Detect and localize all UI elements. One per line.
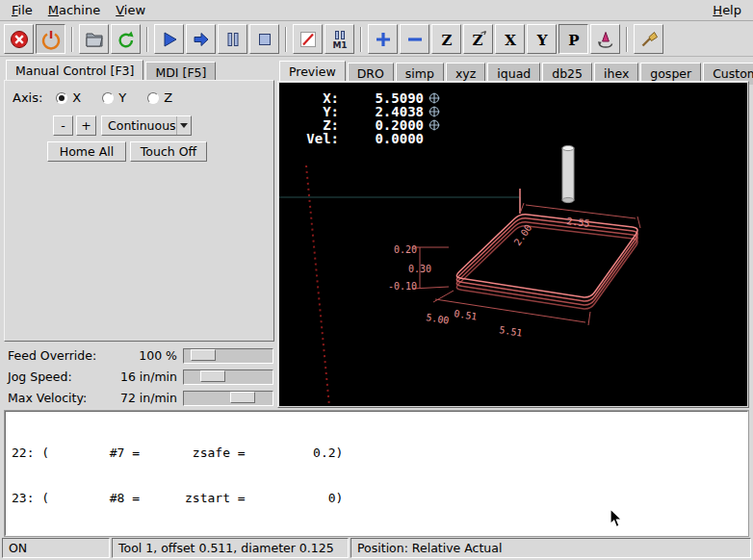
menu-machine[interactable]: Machine [40,1,108,19]
optional-pause-button[interactable]: M1 [325,24,354,54]
zoom-in-button[interactable] [368,24,398,54]
max-velocity-handle[interactable] [230,392,255,403]
tool-info-cell: Tool 1, offset 0.511, diameter 0.125 [112,538,349,558]
max-velocity-slider[interactable] [183,391,273,406]
max-velocity-value: 72 in/min [120,391,177,405]
step-arrow-icon [191,29,212,50]
svg-text:Z: Z [472,32,482,49]
pause-button[interactable] [218,24,247,54]
feed-override-slider[interactable] [183,348,273,364]
svg-text:X: X [505,31,516,48]
toolbar-separator [626,27,628,52]
dim-label: -0.10 [388,281,417,292]
radio-z-indicator [147,92,159,104]
pause-icon [222,29,244,50]
menubar: File Machine View Help [0,0,753,21]
toolbar-separator [146,27,148,52]
svg-text:M1: M1 [332,39,347,49]
dim-label: 0.20 [394,244,417,255]
stop-button[interactable] [249,24,279,54]
view-z-rotated-icon: Z [468,29,489,50]
optional-pause-icon: M1 [329,29,351,50]
jog-speed-value: 16 in/min [120,369,177,384]
jog-speed-slider[interactable] [183,369,273,385]
touch-off-button[interactable]: Touch Off [130,141,207,162]
position-mode-cell: Position: Relative Actual [351,538,751,558]
svg-text:P: P [568,31,579,48]
reload-button[interactable] [111,24,141,54]
rotate-view-icon [595,29,616,50]
feed-override-handle[interactable] [191,349,216,361]
toolbar-separator [71,27,73,52]
stop-icon [254,29,275,50]
menu-help[interactable]: Help [705,1,749,19]
clear-plot-button[interactable] [634,24,663,54]
zoom-in-icon [373,29,394,50]
reload-icon [116,29,137,50]
view-x-icon: X [500,29,521,50]
tool-cylinder [562,145,574,202]
gcode-line: 22: ( #7 = zsafe = 0.2) [12,445,745,461]
combo-arrow-box [176,116,191,135]
step-button[interactable] [186,24,216,54]
run-button[interactable] [154,24,184,54]
feed-override-value: 100 % [139,348,177,363]
rotate-view-button[interactable] [590,24,620,54]
gcode-line: 24: ( #9 = xctr = 5) [12,535,745,536]
menu-file[interactable]: File [4,1,40,19]
view-z-icon: Z [436,29,457,50]
estop-button[interactable] [4,24,34,54]
dro-vel-label: Vel: [306,131,339,146]
radio-y-label: Y [118,90,126,105]
max-velocity-label: Max Velocity: [8,391,87,405]
toolbar-separator [285,27,287,52]
run-icon [159,29,180,50]
machine-power-button[interactable] [36,24,65,54]
jog-speed-handle[interactable] [200,370,225,382]
estop-icon [9,29,30,50]
jog-plus-button[interactable]: + [76,115,96,136]
view-z-button[interactable]: Z [431,24,461,54]
home-all-button[interactable]: Home All [47,141,126,162]
preview-canvas[interactable]: 2.55 2.00 0.20 0.30 -0.10 5.00 0.51 5.51… [279,83,747,406]
gcode-line: 23: ( #8 = zstart = 0) [12,491,745,506]
power-icon [40,29,62,50]
zoom-out-icon [404,29,426,50]
axis-radio-y[interactable]: Y [102,90,126,105]
dro-vel-value: 0.0000 [375,131,424,146]
menu-view[interactable]: View [108,1,153,19]
gcode-listing[interactable]: 22: ( #7 = zsafe = 0.2) 23: ( #8 = zstar… [5,411,748,536]
clear-plot-broom-icon [638,29,660,50]
toolbar: M1 Z Z X Y P [0,22,753,57]
manual-control-panel: Axis: X Y Z - + Continuous Home All Touc… [4,80,274,342]
folder-icon [84,29,105,50]
svg-text:Z: Z [441,31,452,48]
jog-speed-label: Jog Speed: [8,369,72,384]
jog-mode-select[interactable]: Continuous [101,115,192,136]
machine-state-cell: ON [2,538,110,558]
view-x-button[interactable]: X [495,24,525,54]
skip-lines-icon [298,29,319,50]
axis-radio-x[interactable]: X [56,90,81,105]
view-z-rotated-button[interactable]: Z [463,24,493,54]
feed-override-label: Feed Override: [8,348,96,363]
jog-minus-button[interactable]: - [53,115,73,136]
view-perspective-button[interactable]: P [558,24,588,54]
axis-label: Axis: [13,90,42,105]
preview-panel: 2.55 2.00 0.20 0.30 -0.10 5.00 0.51 5.51… [277,81,749,408]
skip-lines-button[interactable] [293,24,323,54]
jog-mode-value: Continuous [108,118,176,133]
chevron-down-icon [180,123,188,128]
zoom-out-button[interactable] [400,24,429,54]
svg-text:Y: Y [535,31,547,48]
open-file-button[interactable] [79,24,109,54]
view-y-button[interactable]: Y [527,24,557,54]
axis-radio-z[interactable]: Z [147,90,172,105]
preview-3d-scene: 2.55 2.00 0.20 0.30 -0.10 5.00 0.51 5.51… [279,83,747,406]
toolbar-separator [360,27,362,52]
override-sliders: Feed Override: 100 % Jog Speed: 16 in/mi… [4,344,274,408]
radio-y-indicator [102,92,114,104]
view-y-icon: Y [532,29,553,50]
radio-x-label: X [72,90,81,105]
statusbar: ON Tool 1, offset 0.511, diameter 0.125 … [2,538,751,558]
